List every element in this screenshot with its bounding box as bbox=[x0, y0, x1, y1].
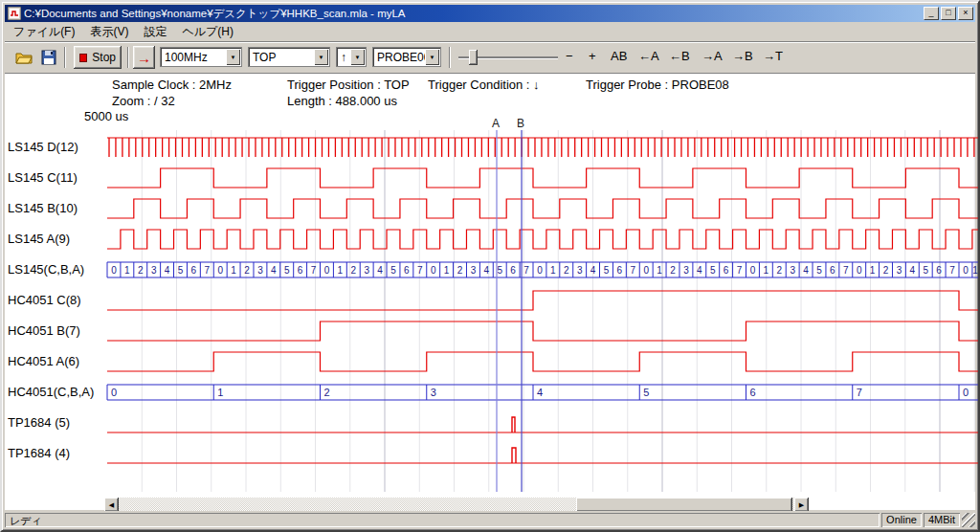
channel-label-8: HC4051(C,B,A) bbox=[8, 385, 94, 399]
marker-b-label[interactable]: B bbox=[517, 117, 524, 130]
svg-text:4: 4 bbox=[484, 265, 490, 276]
svg-text:6: 6 bbox=[191, 265, 197, 276]
svg-text:7: 7 bbox=[311, 265, 317, 276]
status-message: レディ bbox=[5, 513, 880, 527]
svg-text:1: 1 bbox=[444, 265, 450, 276]
svg-text:3: 3 bbox=[431, 387, 436, 398]
svg-text:6: 6 bbox=[750, 387, 756, 398]
trigger-probe-info: Trigger Probe : PROBE08 bbox=[586, 78, 729, 92]
channel-label-3: LS145 A(9) bbox=[8, 232, 70, 246]
svg-text:2: 2 bbox=[244, 265, 250, 276]
svg-text:0: 0 bbox=[857, 265, 862, 276]
channel-label-6: HC4051 B(7) bbox=[8, 323, 80, 338]
svg-text:1: 1 bbox=[972, 265, 978, 276]
svg-text:1: 1 bbox=[217, 387, 223, 398]
horizontal-scrollbar[interactable]: ◀ ▶ bbox=[104, 498, 809, 512]
scroll-right-icon[interactable]: ▶ bbox=[794, 498, 809, 512]
svg-text:1: 1 bbox=[338, 265, 344, 276]
svg-text:7: 7 bbox=[417, 265, 423, 276]
time-scale-label: 5000 us bbox=[84, 109, 128, 123]
svg-text:5: 5 bbox=[284, 265, 290, 276]
channel-label-0: LS145 D(12) bbox=[8, 140, 78, 154]
svg-text:2: 2 bbox=[776, 265, 782, 276]
svg-text:5: 5 bbox=[497, 265, 502, 276]
channel-label-5: HC4051 C(8) bbox=[8, 293, 81, 307]
svg-text:0: 0 bbox=[111, 387, 117, 398]
svg-text:3: 3 bbox=[257, 265, 263, 276]
app-window: C:¥Documents and Settings¥noname¥デスクトップ¥… bbox=[0, 0, 980, 532]
svg-text:1: 1 bbox=[550, 265, 556, 276]
svg-text:0: 0 bbox=[111, 265, 117, 276]
svg-text:3: 3 bbox=[151, 265, 157, 276]
svg-text:2: 2 bbox=[457, 265, 463, 276]
svg-text:2: 2 bbox=[883, 265, 889, 276]
svg-text:2: 2 bbox=[564, 265, 569, 276]
channel-label-2: LS145 B(10) bbox=[8, 201, 78, 215]
svg-text:5: 5 bbox=[923, 265, 928, 276]
svg-text:0: 0 bbox=[324, 265, 330, 276]
svg-text:4: 4 bbox=[377, 265, 383, 276]
svg-text:0: 0 bbox=[963, 387, 969, 398]
svg-text:1: 1 bbox=[764, 265, 769, 276]
svg-text:5: 5 bbox=[643, 387, 649, 398]
svg-text:7: 7 bbox=[857, 387, 862, 398]
channel-label-9: TP1684 (5) bbox=[8, 415, 70, 430]
svg-text:2: 2 bbox=[138, 265, 144, 276]
svg-text:3: 3 bbox=[577, 265, 583, 276]
svg-text:5: 5 bbox=[604, 265, 610, 276]
svg-text:4: 4 bbox=[537, 387, 543, 398]
statusbar: レディ Online 4MBit bbox=[5, 511, 975, 527]
svg-text:1: 1 bbox=[124, 265, 130, 276]
svg-text:2: 2 bbox=[670, 265, 676, 276]
svg-text:3: 3 bbox=[683, 265, 689, 276]
svg-text:1: 1 bbox=[231, 265, 236, 276]
svg-text:7: 7 bbox=[737, 265, 743, 276]
svg-text:0: 0 bbox=[643, 265, 649, 276]
zoom-info: Zoom : / 32 bbox=[112, 94, 175, 108]
svg-text:6: 6 bbox=[936, 265, 942, 276]
svg-text:5: 5 bbox=[390, 265, 396, 276]
svg-text:5: 5 bbox=[710, 265, 716, 276]
sample-clock-info: Sample Clock : 2MHz bbox=[112, 78, 232, 92]
svg-text:1: 1 bbox=[657, 265, 662, 276]
svg-text:7: 7 bbox=[205, 265, 211, 276]
svg-text:4: 4 bbox=[910, 265, 916, 276]
svg-text:2: 2 bbox=[350, 265, 356, 276]
svg-text:6: 6 bbox=[510, 265, 516, 276]
channel-label-1: LS145 C(11) bbox=[8, 170, 78, 185]
svg-text:0: 0 bbox=[431, 265, 436, 276]
marker-a-label[interactable]: A bbox=[492, 117, 500, 130]
svg-text:1: 1 bbox=[870, 265, 876, 276]
svg-text:7: 7 bbox=[523, 265, 529, 276]
svg-text:0: 0 bbox=[750, 265, 756, 276]
scroll-left-icon[interactable]: ◀ bbox=[104, 498, 119, 512]
scrollbar-thumb[interactable] bbox=[576, 498, 792, 512]
svg-text:5: 5 bbox=[816, 265, 822, 276]
svg-text:7: 7 bbox=[949, 265, 955, 276]
svg-text:3: 3 bbox=[897, 265, 902, 276]
channel-label-7: HC4051 A(6) bbox=[8, 354, 79, 368]
svg-text:6: 6 bbox=[724, 265, 729, 276]
svg-text:6: 6 bbox=[298, 265, 303, 276]
svg-text:4: 4 bbox=[803, 265, 809, 276]
svg-text:7: 7 bbox=[843, 265, 849, 276]
svg-text:4: 4 bbox=[697, 265, 702, 276]
svg-text:3: 3 bbox=[364, 265, 369, 276]
channel-label-10: TP1684 (4) bbox=[8, 446, 70, 460]
trigger-condition-info: Trigger Condition : ↓ bbox=[428, 78, 540, 92]
resize-grip[interactable] bbox=[962, 513, 975, 527]
svg-text:4: 4 bbox=[165, 265, 170, 276]
svg-text:5: 5 bbox=[178, 265, 184, 276]
svg-text:4: 4 bbox=[271, 265, 277, 276]
svg-text:4: 4 bbox=[590, 265, 596, 276]
channel-label-4: LS145(C,B,A) bbox=[8, 262, 84, 277]
status-online: Online bbox=[881, 513, 922, 527]
svg-text:6: 6 bbox=[404, 265, 410, 276]
status-memory: 4MBit bbox=[924, 513, 960, 527]
svg-text:3: 3 bbox=[790, 265, 795, 276]
svg-text:7: 7 bbox=[631, 265, 636, 276]
svg-text:6: 6 bbox=[617, 265, 623, 276]
svg-text:0: 0 bbox=[537, 265, 543, 276]
svg-text:6: 6 bbox=[830, 265, 835, 276]
svg-text:0: 0 bbox=[217, 265, 223, 276]
